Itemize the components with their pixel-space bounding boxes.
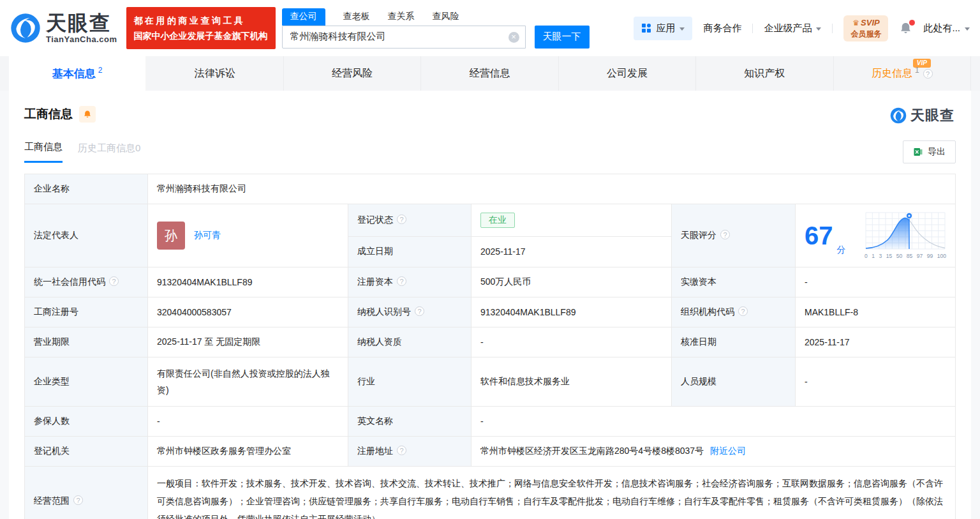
search-tab-boss[interactable]: 查老板	[343, 8, 370, 26]
taxpayer-quality-value: -	[471, 327, 672, 357]
search-tab-risk[interactable]: 查风险	[433, 8, 459, 26]
subtab-history-business-info[interactable]: 历史工商信息0	[78, 142, 140, 162]
svip-sublabel: 会员服务	[850, 29, 881, 40]
insured-count-value: -	[148, 407, 348, 437]
brand-domain: TianYanCha.com	[46, 34, 117, 44]
field-label-text: 组织机构代码	[681, 306, 734, 317]
tab-legal-litigation[interactable]: 法律诉讼	[146, 56, 283, 91]
tab-label: 经营信息	[469, 67, 510, 80]
field-label: 企业名称	[25, 174, 148, 204]
business-info-table: 企业名称 常州瀚骑科技有限公司 法定代表人 孙 孙可青 登记状态 在业 天眼评分…	[24, 174, 956, 519]
tab-label: 历史信息	[872, 67, 912, 80]
field-label-text: 登记状态	[357, 214, 393, 225]
search-tabs: 查公司 查老板 查关系 查风险	[282, 8, 590, 26]
search-block: 查公司 查老板 查关系 查风险 天眼一下	[282, 8, 590, 49]
nearby-companies-link[interactable]: 附近公司	[710, 446, 746, 456]
tab-company-development[interactable]: 公司发展	[559, 56, 696, 91]
field-label: 登记机关	[25, 437, 148, 467]
section-title: 工商信息	[24, 106, 73, 123]
field-label-text: 统一社会信用代码	[34, 276, 105, 287]
field-label: 英文名称	[348, 407, 471, 437]
staff-size-value: -	[796, 357, 956, 407]
crown-icon: ♛	[852, 19, 859, 27]
tab-basic-info[interactable]: 基本信息2	[9, 56, 146, 91]
org-code-value: MAK1BLLF-8	[796, 297, 956, 327]
tab-intellectual-property[interactable]: 知识产权	[696, 56, 833, 91]
notifications-bell[interactable]	[899, 22, 912, 35]
field-label-text: 纳税人识别号	[357, 306, 411, 317]
tab-operation-info[interactable]: 经营信息	[421, 56, 558, 91]
promo-banner: 都在用的商业查询工具 国家中小企业发展子基金旗下机构	[126, 7, 276, 49]
legal-rep-link[interactable]: 孙可青	[194, 230, 221, 241]
avatar[interactable]: 孙	[157, 222, 185, 250]
bell-icon	[83, 110, 92, 119]
tab-count: 2	[98, 66, 103, 75]
help-icon[interactable]	[923, 69, 933, 79]
user-menu[interactable]: 此处有...	[923, 22, 970, 34]
score-axis-labels: 0131550859799100	[865, 253, 946, 259]
field-label: 营业期限	[25, 327, 148, 357]
status-badge: 在业	[480, 213, 515, 228]
field-label-text: 经营范围	[34, 495, 70, 506]
field-label: 纳税人资质	[348, 327, 471, 357]
help-icon[interactable]	[397, 446, 406, 455]
reg-address-value: 常州市钟楼区经济开发区玉龙南路280号4号楼8楼8037号	[480, 446, 704, 456]
tab-label: 基本信息	[52, 66, 96, 81]
help-icon[interactable]	[397, 214, 406, 224]
help-icon[interactable]	[109, 276, 119, 286]
export-label: 导出	[928, 146, 946, 158]
nav-enterprise-products[interactable]: 企业级产品	[764, 22, 821, 34]
nav-business-cooperation[interactable]: 商务合作	[703, 22, 741, 34]
field-label: 登记状态	[348, 204, 471, 237]
field-label: 成立日期	[348, 236, 471, 267]
search-button[interactable]: 天眼一下	[535, 26, 590, 49]
field-label: 注册资本	[348, 267, 471, 297]
excel-icon	[913, 147, 923, 157]
company-name-value: 常州瀚骑科技有限公司	[148, 174, 956, 204]
field-label-text: 天眼评分	[681, 230, 716, 240]
search-input[interactable]	[282, 26, 526, 49]
clear-icon[interactable]	[509, 32, 519, 43]
help-icon[interactable]	[738, 306, 748, 316]
divider	[832, 24, 833, 33]
score-value: 67	[805, 223, 833, 248]
field-label: 天眼评分	[672, 204, 796, 267]
field-label: 统一社会信用代码	[25, 267, 148, 297]
apps-menu[interactable]: 应用	[634, 17, 692, 40]
paid-capital-value: -	[796, 267, 956, 297]
business-info-panel: 工商信息 天眼查 工商信息 历史工商信息0 导出	[9, 91, 971, 519]
industry-value: 软件和信息技术服务业	[471, 357, 672, 407]
help-icon[interactable]	[73, 495, 83, 505]
divider	[752, 24, 753, 33]
subtab-count: 0	[135, 142, 140, 153]
promo-line-1: 都在用的商业查询工具	[134, 13, 268, 28]
tab-label: 知识产权	[744, 67, 785, 80]
establish-date-value: 2025-11-17	[471, 236, 672, 267]
watermark-text: 天眼查	[910, 106, 954, 125]
brand-name: 天眼查	[46, 13, 117, 33]
help-icon[interactable]	[720, 230, 730, 239]
tab-label: 经营风险	[332, 67, 373, 80]
business-scope-value: 一般项目：软件开发；技术服务、技术开发、技术咨询、技术交流、技术转让、技术推广；…	[148, 467, 956, 519]
help-icon[interactable]	[415, 306, 424, 316]
tianyancha-logo[interactable]: 天眼查 TianYanCha.com	[10, 13, 117, 44]
tab-label: 公司发展	[607, 67, 648, 80]
svip-member-badge[interactable]: ♛SVIP 会员服务	[843, 15, 888, 41]
search-tab-relation[interactable]: 查关系	[388, 8, 415, 26]
subtab-business-info[interactable]: 工商信息	[24, 141, 63, 163]
field-label: 企业类型	[25, 357, 148, 407]
score-distribution-chart: 0131550859799100	[865, 212, 946, 259]
search-tab-company[interactable]: 查公司	[282, 8, 325, 26]
company-type-value: 有限责任公司(非自然人投资或控股的法人独资)	[148, 357, 348, 407]
help-icon[interactable]	[397, 276, 406, 286]
tab-operation-risk[interactable]: 经营风险	[284, 56, 421, 91]
reg-capital-value: 500万人民币	[471, 267, 672, 297]
english-name-value: -	[471, 407, 956, 437]
reg-authority-value: 常州市钟楼区政务服务管理办公室	[148, 437, 348, 467]
export-button[interactable]: 导出	[903, 140, 956, 163]
tab-history-info[interactable]: VIP 历史信息1	[834, 56, 971, 91]
company-section-tabs: 基本信息2 法律诉讼 经营风险 经营信息 公司发展 知识产权 VIP 历史信息1	[0, 56, 980, 91]
site-header: 天眼查 TianYanCha.com 都在用的商业查询工具 国家中小企业发展子基…	[0, 0, 980, 56]
subscribe-bell-icon[interactable]	[79, 106, 96, 123]
field-label: 工商注册号	[25, 297, 148, 327]
